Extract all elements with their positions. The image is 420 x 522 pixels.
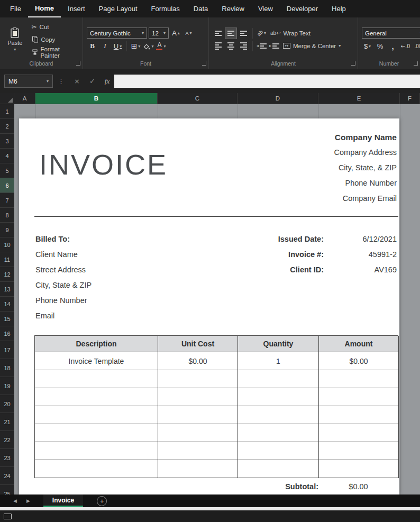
status-icon[interactable] — [4, 514, 12, 519]
formula-input[interactable] — [114, 75, 420, 88]
menu-tab-file[interactable]: File — [3, 0, 28, 17]
row-header[interactable]: 23 — [0, 449, 14, 467]
row-header[interactable]: 19 — [0, 377, 14, 395]
name-box-splitter[interactable]: ⋮ — [53, 77, 69, 85]
table-cell[interactable] — [238, 424, 319, 442]
column-header-f[interactable]: F — [400, 93, 420, 104]
table-cell[interactable] — [158, 460, 238, 478]
align-bottom-button[interactable] — [238, 28, 249, 39]
align-center-button[interactable] — [225, 41, 236, 51]
row-header[interactable]: 25 — [0, 485, 14, 494]
column-header-a[interactable]: A — [14, 93, 35, 104]
format-painter-button[interactable]: Format Painter — [30, 47, 79, 58]
table-cell[interactable] — [319, 388, 399, 406]
paste-button[interactable]: Paste ▾ — [4, 20, 26, 59]
table-cell[interactable]: $0.00 — [158, 352, 238, 370]
invoice-page[interactable]: INVOICE Company Name Company Address Cit… — [19, 118, 399, 494]
prev-sheet-icon[interactable]: ◀ — [8, 498, 22, 503]
table-cell[interactable] — [238, 406, 319, 424]
column-header-d[interactable]: D — [238, 93, 318, 104]
menu-tab-review[interactable]: Review — [215, 0, 251, 17]
table-cell[interactable] — [238, 442, 319, 460]
row-header[interactable]: 4 — [0, 149, 14, 163]
cut-button[interactable]: ✂ Cut — [30, 22, 79, 32]
row-header[interactable]: 17 — [0, 341, 14, 359]
menu-tab-insert[interactable]: Insert — [61, 0, 92, 17]
table-header-quantity[interactable]: Quantity — [238, 336, 319, 352]
underline-button[interactable]: U▾ — [112, 41, 123, 51]
insert-function-icon[interactable]: fx — [100, 77, 114, 86]
row-header[interactable]: 14 — [0, 297, 14, 312]
increase-decimal-button[interactable]: ←.0 — [400, 41, 411, 51]
table-cell[interactable] — [35, 442, 158, 460]
table-cell[interactable] — [35, 424, 158, 442]
align-middle-button[interactable] — [225, 28, 236, 39]
row-header[interactable]: 1 — [0, 104, 14, 119]
bold-button[interactable]: B — [87, 41, 98, 51]
sheet-tab-invoice[interactable]: Invoice — [43, 494, 83, 507]
table-cell[interactable]: $0.00 — [319, 352, 399, 370]
accounting-format-button[interactable]: $▾ — [362, 41, 373, 51]
table-cell[interactable] — [319, 370, 399, 388]
align-right-button[interactable] — [238, 41, 249, 51]
font-dialog-launcher[interactable] — [202, 61, 206, 66]
row-header[interactable]: 2 — [0, 119, 14, 134]
table-cell[interactable] — [238, 370, 319, 388]
alignment-dialog-launcher[interactable] — [351, 61, 355, 66]
next-sheet-icon[interactable]: ▶ — [22, 498, 35, 503]
comma-style-button[interactable]: , — [387, 41, 398, 51]
copy-button[interactable]: Copy — [30, 34, 79, 45]
percent-style-button[interactable]: % — [375, 41, 386, 51]
menu-tab-page-layout[interactable]: Page Layout — [92, 0, 144, 17]
row-header[interactable]: 10 — [0, 237, 14, 252]
row-header[interactable]: 20 — [0, 395, 14, 413]
column-header-c[interactable]: C — [158, 93, 238, 104]
fill-color-button[interactable]: ▾ — [143, 41, 154, 51]
table-cell[interactable] — [35, 370, 158, 388]
table-cell[interactable] — [238, 460, 319, 478]
table-cell[interactable] — [158, 406, 238, 424]
row-header[interactable]: 3 — [0, 134, 14, 149]
menu-tab-developer[interactable]: Developer — [280, 0, 325, 17]
row-header[interactable]: 24 — [0, 467, 14, 485]
font-color-button[interactable]: A ▾ — [156, 41, 167, 51]
page-layout-canvas[interactable]: INVOICE Company Name Company Address Cit… — [14, 104, 420, 494]
table-cell[interactable] — [35, 460, 158, 478]
align-left-button[interactable] — [213, 41, 224, 51]
table-cell[interactable]: 1 — [238, 352, 319, 370]
table-cell[interactable] — [319, 442, 399, 460]
font-size-combo[interactable]: 12 ▾ — [149, 28, 169, 39]
row-header[interactable]: 16 — [0, 326, 14, 341]
menu-tab-data[interactable]: Data — [187, 0, 215, 17]
menu-tab-home[interactable]: Home — [28, 0, 61, 17]
table-cell[interactable] — [238, 388, 319, 406]
row-header[interactable]: 18 — [0, 359, 14, 377]
row-header[interactable]: 11 — [0, 252, 14, 267]
menu-tab-formulas[interactable]: Formulas — [144, 0, 187, 17]
table-header-description[interactable]: Description — [35, 336, 158, 352]
table-cell[interactable] — [35, 388, 158, 406]
increase-indent-button[interactable]: ▸ — [269, 41, 280, 51]
font-name-combo[interactable]: Century Gothic ▾ — [87, 28, 147, 39]
decrease-decimal-button[interactable]: .00 — [413, 41, 420, 51]
row-header[interactable]: 13 — [0, 282, 14, 297]
row-header[interactable]: 7 — [0, 193, 14, 208]
table-cell[interactable] — [319, 460, 399, 478]
add-sheet-button[interactable]: + — [97, 496, 107, 506]
table-header-unit-cost[interactable]: Unit Cost — [158, 336, 238, 352]
decrease-indent-button[interactable]: ◂ — [256, 41, 267, 51]
enter-icon[interactable]: ✓ — [85, 77, 100, 85]
table-cell[interactable] — [158, 370, 238, 388]
table-cell[interactable]: Invoice Template — [35, 352, 158, 370]
shrink-font-button[interactable]: A▾ — [183, 28, 194, 39]
name-box[interactable]: M6 ▾ — [4, 75, 53, 88]
row-header[interactable]: 22 — [0, 431, 14, 449]
column-header-b[interactable]: B — [35, 93, 158, 104]
italic-button[interactable]: I — [99, 41, 111, 51]
number-format-combo[interactable]: General ▾ — [362, 28, 420, 39]
table-cell[interactable] — [158, 424, 238, 442]
wrap-text-button[interactable]: ab↩ Wrap Text — [269, 28, 312, 39]
table-cell[interactable] — [319, 406, 399, 424]
row-header[interactable]: 12 — [0, 267, 14, 282]
table-header-amount[interactable]: Amount — [319, 336, 399, 352]
